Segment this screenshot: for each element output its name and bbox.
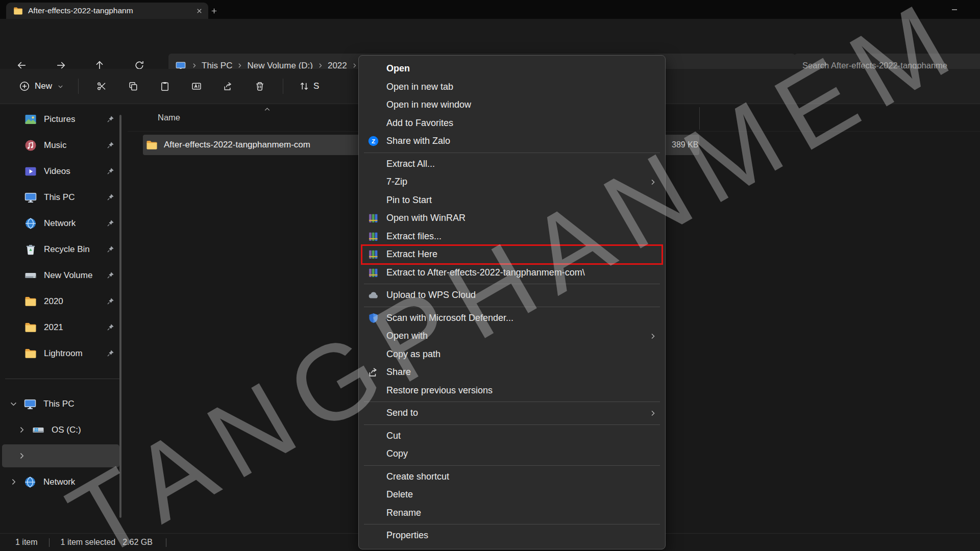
context-menu-item-label: 7-Zip [386,177,407,187]
chevron-right-icon[interactable] [9,478,18,486]
copy-icon [128,81,138,91]
recycle-icon [24,243,37,256]
submenu-chevron-icon [649,409,657,417]
context-menu-item[interactable]: Open with [359,327,665,345]
context-menu-item-label: Upload to WPS Cloud [386,290,476,300]
pin-icon [107,193,114,201]
selection-status: 1 item selected [61,538,116,547]
pin-icon [107,297,114,305]
sidebar-item-label: New Volume [44,270,92,281]
sidebar-item[interactable]: This PC [0,184,128,210]
context-menu-item[interactable]: Extract Here [359,245,665,264]
column-divider[interactable] [699,107,700,130]
new-button-label: New [35,81,52,91]
context-menu-item[interactable]: Cut [359,427,665,445]
sidebar-item[interactable]: New Volume [0,262,128,288]
context-menu: Open Open in new tab Open in new window … [358,55,666,549]
context-menu-item[interactable]: Rename [359,504,665,522]
context-menu-item[interactable]: Create shortcut [359,468,665,486]
context-menu-item[interactable]: Restore previous versions [359,382,665,400]
sidebar-item[interactable]: Recycle Bin [0,236,128,262]
pin-icon [107,141,114,149]
file-explorer-window: After-effects-2022-tangphanm This PC [0,0,980,551]
context-menu-item[interactable]: Properties [359,527,665,545]
copy-button[interactable] [121,75,145,97]
chevron-right-icon[interactable] [17,452,26,460]
context-menu-item[interactable]: Pin to Start [359,191,665,210]
rename-icon [191,81,202,91]
sidebar-tree-item[interactable]: OS (C:) [0,417,128,443]
context-menu-item-label: Extract All... [386,159,435,169]
winrar-icon [368,231,379,242]
close-tab-icon[interactable] [195,7,203,15]
chevron-down-icon[interactable] [9,399,18,408]
context-menu-item-label: Copy [386,448,408,459]
context-menu-item[interactable]: Z Share with Zalo [359,132,665,151]
sidebar-tree-item-label: New Volume (D [52,451,112,461]
context-menu-item[interactable]: Extract files... [359,228,665,246]
delete-button[interactable] [248,75,272,97]
explorer-tab[interactable]: After-effects-2022-tangphanm [6,3,208,19]
share-button[interactable] [216,75,240,97]
context-menu-item[interactable]: Add to Favorites [359,114,665,133]
minimize-icon [950,6,959,14]
sidebar-item[interactable]: Music [0,132,128,158]
context-menu-item[interactable]: Open in new window [359,96,665,114]
status-divider [166,538,166,547]
column-header-name[interactable]: Name [158,113,180,122]
context-menu-item[interactable]: Extract All... [359,155,665,173]
chevron-right-icon [351,62,358,69]
context-menu-item[interactable]: Delete [359,486,665,504]
context-menu-item[interactable]: 7-Zip [359,173,665,191]
rename-button[interactable] [184,75,209,97]
chevron-right-icon [317,62,324,69]
sidebar-item-label: Music [44,140,66,151]
sidebar-item[interactable]: Lightroom [0,340,128,366]
paste-button[interactable] [153,75,177,97]
minimize-button[interactable] [940,0,969,19]
share-icon [368,367,379,378]
sidebar-item[interactable]: Videos [0,158,128,184]
sidebar-tree-item[interactable]: This PC [0,391,128,417]
context-menu-item[interactable]: Open in new tab [359,78,665,96]
chevron-right-icon[interactable] [17,425,26,434]
new-tab-button[interactable] [206,4,222,17]
sort-button-label: S [313,81,319,91]
context-menu-item[interactable]: Upload to WPS Cloud [359,286,665,305]
pictures-icon [24,113,37,126]
context-menu-item[interactable]: Open [359,60,665,78]
sidebar-item[interactable]: Network [0,210,128,236]
cloud-icon [368,290,379,300]
context-menu-item[interactable]: Copy [359,445,665,463]
context-menu-item-label: Delete [386,489,413,500]
context-menu-item-label: Restore previous versions [386,385,493,396]
sidebar-item[interactable]: 2021 [0,314,128,340]
context-menu-item[interactable]: Send to [359,404,665,422]
context-menu-item[interactable]: Share [359,363,665,382]
sidebar-item[interactable]: 2020 [0,288,128,314]
context-menu-item[interactable]: Copy as path [359,345,665,364]
submenu-chevron-icon [649,332,657,340]
chevron-down-icon [57,83,64,90]
context-menu-item-label: Open in new tab [386,82,453,92]
cut-button[interactable] [89,75,114,97]
context-menu-item[interactable]: Scan with Microsoft Defender... [359,309,665,328]
trash-icon [255,81,265,91]
pin-icon [107,323,114,331]
sidebar-tree-item-label: OS (C:) [52,425,81,435]
sidebar-scrollbar[interactable] [119,115,121,518]
sidebar-item[interactable]: Pictures [0,106,128,132]
context-menu-item-label: Rename [386,508,421,518]
context-menu-item[interactable]: Extract to After-effects-2022-tangphanme… [359,264,665,282]
new-button[interactable]: New [12,75,71,97]
sidebar-item-label: Network [44,218,76,229]
sidebar-tree-item[interactable]: Network [0,469,128,495]
sort-ascending-icon[interactable] [263,106,271,113]
folder-icon [24,295,37,308]
sidebar-tree-item[interactable]: New Volume (D [0,443,128,469]
context-menu-item[interactable]: Open with WinRAR [359,209,665,228]
toolbar-separator [78,79,79,94]
sidebar-item-label: Lightroom [44,348,83,359]
sort-button[interactable]: S [294,75,324,97]
chevron-right-icon [236,62,243,69]
